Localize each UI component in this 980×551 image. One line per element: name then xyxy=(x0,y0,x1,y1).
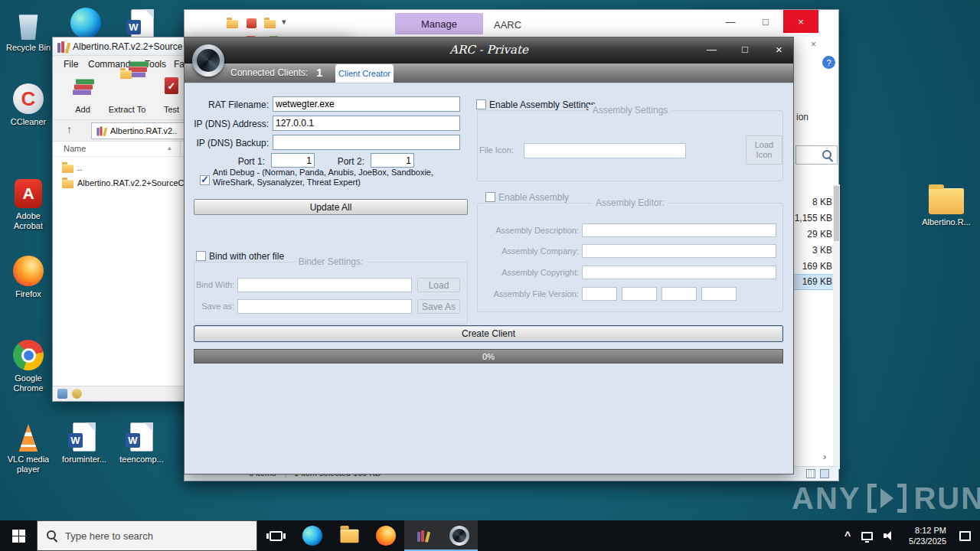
thumbnail-view-icon[interactable] xyxy=(820,469,829,478)
taskbar-firefox[interactable] xyxy=(368,520,404,551)
quick-access-icon[interactable] xyxy=(247,18,256,28)
load-icon-button: Load Icon xyxy=(746,135,782,165)
watermark-run: RUN xyxy=(913,481,980,516)
binder-settings-caption: Binder Settings: xyxy=(295,256,368,267)
assembly-file-version-label: Assembly File Version: xyxy=(479,289,579,298)
desktop-icon-firefox[interactable]: Firefox xyxy=(1,253,56,299)
edge-icon xyxy=(302,526,322,546)
expand-chevron-icon[interactable]: › xyxy=(823,451,826,462)
details-view-icon[interactable] xyxy=(806,469,815,478)
desktop-icon-foruminter[interactable]: foruminter... xyxy=(57,418,112,465)
arc-icon xyxy=(449,526,469,546)
minimize-icon[interactable]: — xyxy=(713,10,748,33)
up-level-icon[interactable]: ↑ xyxy=(67,123,72,135)
taskbar-search[interactable]: Type here to search xyxy=(37,520,257,551)
update-all-button[interactable]: Update All xyxy=(194,199,468,215)
quick-access-dropdown-icon[interactable]: ▾ xyxy=(282,17,286,27)
maximize-icon[interactable]: □ xyxy=(742,44,748,55)
enable-assembly-label: Enable Assembly xyxy=(498,192,569,203)
file-size-cell[interactable]: 3 KB xyxy=(789,243,832,258)
arc-body: RAT Filename: IP (DNS) Address: IP (DNS)… xyxy=(185,83,793,474)
anti-debug-checkbox[interactable] xyxy=(200,175,210,185)
chrome-icon xyxy=(13,340,44,370)
action-center-icon[interactable] xyxy=(954,531,980,541)
maximize-icon[interactable]: □ xyxy=(748,10,783,33)
network-icon[interactable] xyxy=(856,532,878,540)
arc-header: Connected Clients: 1 Client Creator xyxy=(185,64,793,83)
desktop-icon-label: VLC media player xyxy=(1,455,56,474)
file-size-cell[interactable]: 1,155 KB xyxy=(789,211,832,226)
file-size-cell[interactable]: 8 KB xyxy=(789,195,832,210)
word-doc-icon xyxy=(131,9,154,38)
extract-to-button[interactable]: Extract To xyxy=(105,74,149,117)
port1-input[interactable] xyxy=(271,153,315,168)
acrobat-icon xyxy=(15,179,42,208)
taskbar-arc[interactable] xyxy=(441,520,478,551)
desktop-icon-label: Firefox xyxy=(1,289,56,299)
assembly-editor-caption: Assembly Editor: xyxy=(592,197,668,208)
taskbar-file-explorer[interactable] xyxy=(331,520,368,551)
search-input[interactable] xyxy=(795,145,838,165)
desktop-icon-ccleaner[interactable]: CCleaner xyxy=(1,80,56,127)
desktop-icon-teencomp[interactable]: teencomp... xyxy=(114,418,169,465)
ip-backup-input[interactable] xyxy=(273,135,460,150)
taskbar-edge[interactable] xyxy=(294,520,331,551)
assembly-version-input-2 xyxy=(622,287,657,301)
ccleaner-icon xyxy=(13,83,44,114)
desktop-icon-word-partial[interactable] xyxy=(115,5,170,38)
menu-file[interactable]: File xyxy=(64,59,78,70)
watermark-bracket-left-icon xyxy=(867,484,877,513)
tray-expand-icon[interactable]: ^ xyxy=(839,530,856,542)
quick-access-folder-icon[interactable] xyxy=(227,20,238,28)
taskbar: Type here to search ^ 8:12 PM 5/23/2025 xyxy=(0,520,980,551)
taskbar-winrar[interactable] xyxy=(404,520,441,551)
column-divider[interactable] xyxy=(180,142,181,157)
tab-manage[interactable]: Manage xyxy=(395,13,483,34)
help-icon[interactable] xyxy=(822,56,835,69)
assembly-version-input-3 xyxy=(662,287,697,301)
list-item[interactable]: .. xyxy=(77,163,82,172)
drive-status-icon xyxy=(57,389,67,399)
anti-debug-label: Anti Debug - (Norman, Panda, Anubis, Joe… xyxy=(213,168,433,187)
desktop-icon-vlc[interactable]: VLC media player xyxy=(1,418,56,474)
desktop-icon-label: CCleaner xyxy=(1,117,56,127)
desktop-icon-label: teencomp... xyxy=(114,455,169,465)
clock-time: 8:12 PM xyxy=(915,525,946,536)
minimize-icon[interactable]: — xyxy=(707,44,717,55)
assembly-copyright-label: Assembly Copyright: xyxy=(479,268,579,277)
desktop-icon-albertino-folder[interactable]: Albertino.R... xyxy=(919,181,974,227)
ribbon-close-icon[interactable]: × xyxy=(811,39,816,50)
tab-client-creator[interactable]: Client Creator xyxy=(335,64,394,83)
word-doc-icon xyxy=(73,422,96,452)
bind-with-other-file-checkbox[interactable] xyxy=(196,251,206,261)
assembly-settings-group: Assembly Settings File Icon: Load Icon xyxy=(477,110,783,181)
ip-address-input[interactable] xyxy=(273,116,460,131)
arc-window-title: ARC - Private xyxy=(185,43,793,57)
watermark-bracket-right-icon xyxy=(897,484,906,513)
taskbar-clock[interactable]: 8:12 PM 5/23/2025 xyxy=(901,525,954,546)
enable-assembly-settings-checkbox[interactable] xyxy=(476,99,486,109)
desktop-icon-edge-partial[interactable] xyxy=(58,5,113,38)
file-size-cell[interactable]: 29 KB xyxy=(789,227,832,242)
desktop-icon-adobe-acrobat[interactable]: Adobe Acrobat xyxy=(1,174,56,231)
scrollbar-thumb[interactable] xyxy=(834,186,839,241)
task-view-button[interactable] xyxy=(257,520,294,551)
start-button[interactable] xyxy=(0,520,37,551)
vertical-scrollbar[interactable] xyxy=(833,184,840,469)
desktop-icon-google-chrome[interactable]: Google Chrome xyxy=(1,337,56,393)
close-icon[interactable]: × xyxy=(776,43,782,56)
search-icon xyxy=(822,150,833,161)
create-client-button[interactable]: Create Client xyxy=(194,325,783,342)
add-button[interactable]: Add xyxy=(60,74,105,117)
file-size-cell-selected[interactable]: 169 KB xyxy=(789,275,832,289)
rat-filename-input[interactable] xyxy=(273,96,460,112)
close-icon[interactable]: × xyxy=(783,10,818,33)
quick-access-folder-icon[interactable] xyxy=(264,20,276,28)
port2-input[interactable] xyxy=(371,153,414,168)
desktop-icon-recycle-bin[interactable]: Recycle Bin xyxy=(1,6,56,53)
name-column-header[interactable]: Name xyxy=(64,144,86,153)
assembly-company-label: Assembly Company: xyxy=(479,246,579,256)
list-item[interactable]: Albertino.RAT.v2.2+SourceC xyxy=(77,178,188,187)
file-size-cell[interactable]: 169 KB xyxy=(789,259,832,274)
volume-icon[interactable] xyxy=(878,530,901,541)
